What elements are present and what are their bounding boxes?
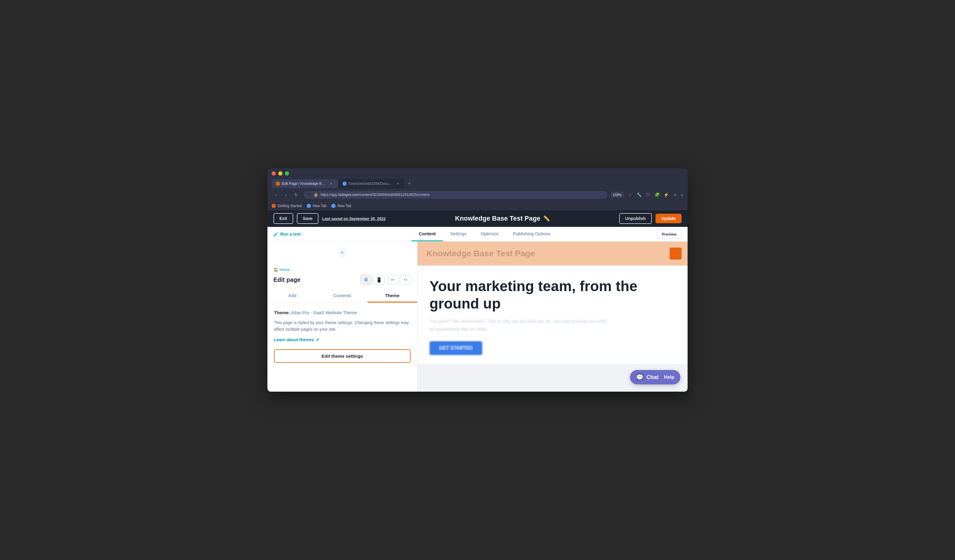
browser-tab-inactive[interactable]: /Users/elchido3194/Documents/Kab ✕ [338, 179, 404, 188]
last-saved-text: Last saved on September 30, 2022 [322, 216, 386, 221]
new-tab-button[interactable]: + [405, 178, 413, 188]
page-title-text: Knowledge Base Test Page [455, 214, 540, 222]
extension-icon-2[interactable]: 🛡 [645, 191, 651, 198]
hubspot-topbar: Exit Save Last saved on September 30, 20… [268, 210, 687, 227]
home-icon: 🏠 [273, 267, 278, 272]
extension-icon-3[interactable]: 🧩 [654, 191, 660, 198]
browser-window: Edit Page | Knowledge Base Tes ✕ /Users/… [268, 168, 687, 392]
browser-extensions: ☆ 🔧 🛡 🧩 ⚡ ≡ ∨ [627, 191, 683, 198]
edit-theme-settings-button[interactable]: Edit theme settings [274, 349, 410, 363]
lock-icon: 🔒 [314, 193, 318, 197]
bookmark-icon[interactable]: ☆ [627, 191, 633, 198]
breadcrumb-separator: › [292, 267, 293, 272]
url-bar[interactable]: 🛡 🔒 https://app.hubspot.com/content/9230… [304, 191, 607, 199]
learn-themes-link[interactable]: Learn about themes ↗ [274, 337, 319, 342]
chevron-down-icon: ∨ [681, 193, 683, 197]
help-label: Help [664, 375, 675, 380]
panel-tabs: Add Contents Theme [268, 289, 417, 303]
mobile-view-button[interactable]: 📱 [373, 275, 385, 285]
tab-content[interactable]: Content [412, 227, 443, 241]
editor-area: « 🏠 Home › Edit page � [268, 242, 687, 392]
traffic-lights [272, 171, 683, 175]
theme-name-label: Theme: [274, 310, 290, 315]
preview-cta-button: GET STARTED [429, 341, 482, 355]
breadcrumb-home-link[interactable]: 🏠 Home [273, 267, 290, 272]
left-panel: « 🏠 Home › Edit page � [268, 242, 418, 392]
reload-button[interactable]: ↻ [292, 191, 301, 199]
collapse-row: « [268, 242, 417, 263]
close-window-button[interactable] [272, 171, 276, 175]
learn-themes-text: Learn about themes [274, 337, 314, 342]
browser-chrome: Edit Page | Knowledge Base Tes ✕ /Users/… [268, 168, 687, 188]
bookmark-favicon-3 [331, 204, 335, 208]
bookmark-label-1: Getting Started [278, 204, 302, 208]
subnav-tabs: Content Settings Optimize Publishing Opt… [313, 227, 657, 241]
bookmarks-bar: Getting Started New Tab New Tab [268, 202, 687, 210]
panel-title: Edit page [273, 276, 301, 283]
tab-publishing-options[interactable]: Publishing Options [506, 227, 557, 241]
preview-area: Knowledge Base Test Page Your marketing … [418, 242, 687, 392]
minimize-window-button[interactable] [278, 171, 282, 175]
preview-headline-line2: ground up [429, 296, 501, 311]
desktop-view-button[interactable]: 🖥 [360, 275, 371, 285]
bookmark-favicon-2 [307, 204, 311, 208]
bookmark-new-tab-1[interactable]: New Tab [307, 204, 327, 208]
exit-button[interactable]: Exit [273, 213, 293, 224]
hubspot-subnav: 🧪 Run a test Content Settings Optimize P… [268, 227, 687, 242]
zoom-level: 133% [611, 192, 624, 198]
tab-settings[interactable]: Settings [443, 227, 474, 241]
bookmark-new-tab-2[interactable]: New Tab [331, 204, 351, 208]
theme-name-value-text: Atlas Pro - SaaS Website Theme [291, 310, 357, 315]
preview-button[interactable]: Preview [657, 230, 682, 239]
extension-icon-1[interactable]: 🔧 [636, 191, 642, 198]
bookmark-favicon-1 [272, 204, 276, 208]
preview-headline-line1: Your marketing team, from the [429, 278, 637, 294]
preview-orange-element [670, 247, 682, 260]
tab-contents[interactable]: Contents [317, 289, 367, 302]
chat-icon: 💬 [636, 374, 643, 381]
back-button[interactable]: ‹ [272, 191, 280, 199]
tab-label-inactive: /Users/elchido3194/Documents/Kab [348, 181, 393, 186]
url-text: https://app.hubspot.com/content/9230669/… [321, 193, 603, 197]
security-icon: 🛡 [308, 193, 311, 197]
run-test-button[interactable]: 🧪 Run a test [273, 227, 301, 241]
preview-subtext: You pain? We understand. This is why we … [429, 318, 609, 333]
preview-main-content: Your marketing team, from the ground up … [418, 266, 687, 364]
preview-headline: Your marketing team, from the ground up [429, 278, 640, 312]
tab-close-button[interactable]: ✕ [329, 181, 333, 186]
menu-button[interactable]: ≡ [672, 191, 678, 198]
forward-button[interactable]: › [282, 191, 290, 199]
edit-title-icon[interactable]: ✏️ [543, 215, 550, 222]
undo-button[interactable]: ↩ [387, 275, 399, 285]
mobile-icon: 📱 [376, 277, 382, 283]
bookmark-label-2: New Tab [313, 204, 327, 208]
save-button[interactable]: Save [297, 213, 319, 224]
device-toggle: 🖥 📱 [360, 275, 385, 285]
browser-tabs: Edit Page | Knowledge Base Tes ✕ /Users/… [272, 178, 683, 188]
preview-banner-text: Knowledge Base Test Page [426, 249, 535, 258]
tab-optimize[interactable]: Optimize [474, 227, 506, 241]
tab-favicon-active [276, 181, 280, 186]
preview-banner: Knowledge Base Test Page [418, 242, 687, 266]
flask-icon: 🧪 [273, 232, 279, 236]
tab-add[interactable]: Add [268, 289, 317, 302]
extension-icon-4[interactable]: ⚡ [663, 191, 669, 198]
tab-label-active: Edit Page | Knowledge Base Tes [282, 181, 327, 186]
update-button[interactable]: Update [656, 214, 682, 223]
bookmark-getting-started[interactable]: Getting Started [272, 204, 302, 208]
chat-label: Chat [647, 374, 659, 380]
redo-button[interactable]: ↪ [400, 275, 411, 285]
tab-close-inactive-button[interactable]: ✕ [395, 181, 400, 186]
breadcrumb: 🏠 Home › [268, 263, 417, 272]
tab-theme[interactable]: Theme [367, 289, 417, 302]
theme-panel-content: Theme: Atlas Pro - SaaS Website Theme Th… [268, 303, 417, 370]
hubspot-app: Exit Save Last saved on September 30, 20… [268, 210, 687, 392]
url-domain: hubspot.com [338, 193, 359, 197]
maximize-window-button[interactable] [285, 171, 289, 175]
browser-tab-active[interactable]: Edit Page | Knowledge Base Tes ✕ [272, 179, 338, 188]
breadcrumb-home-label: Home [279, 267, 290, 272]
chat-widget[interactable]: 💬 Chat Help [630, 370, 680, 385]
collapse-panel-button[interactable]: « [337, 247, 348, 258]
unpublish-button[interactable]: Unpublish [619, 213, 651, 224]
external-link-icon: ↗ [315, 337, 319, 342]
